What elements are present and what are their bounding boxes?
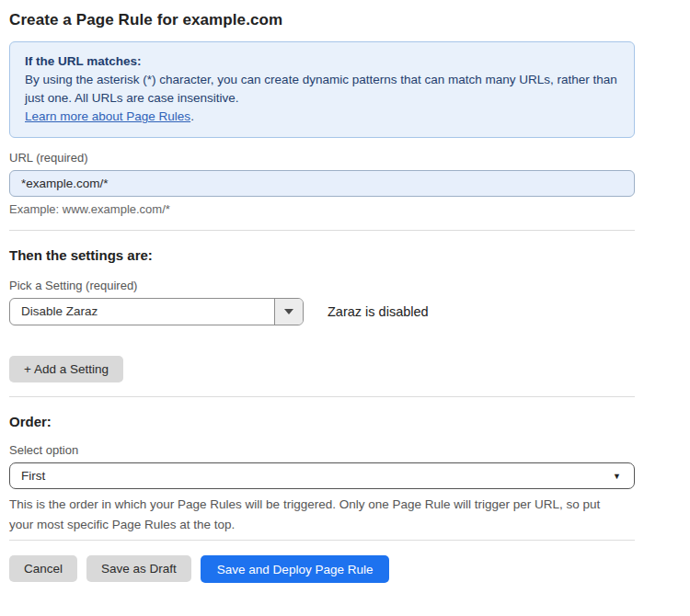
form-actions: Cancel Save as Draft Save and Deploy Pag… [9,555,635,583]
url-input[interactable] [9,170,635,197]
chevron-down-icon: ▼ [613,472,621,481]
setting-picker-label: Pick a Setting (required) [9,279,635,292]
order-help-text: This is the order in which your Page Rul… [9,495,616,535]
setting-select[interactable]: Disable Zaraz [9,298,304,325]
order-select-value: First [21,469,45,483]
save-draft-button[interactable]: Save as Draft [86,555,191,582]
section-divider [9,540,635,541]
setting-row: Disable Zaraz Zaraz is disabled [9,298,635,325]
info-link-line: Learn more about Page Rules. [25,108,619,126]
page-rule-form: Create a Page Rule for example.com If th… [9,0,635,583]
order-select-label: Select option [9,443,635,457]
info-box-heading: If the URL matches: [25,52,619,71]
link-suffix: . [190,109,194,123]
url-field-label: URL (required) [9,151,635,165]
add-setting-button[interactable]: + Add a Setting [9,356,123,382]
order-select[interactable]: First ▼ [9,462,635,489]
learn-more-link[interactable]: Learn more about Page Rules [25,109,190,123]
deploy-button[interactable]: Save and Deploy Page Rule [201,555,390,583]
page-title: Create a Page Rule for example.com [9,11,635,29]
settings-heading: Then the settings are: [9,247,635,263]
triangle-glyph [284,309,293,314]
setting-select-value: Disable Zaraz [10,299,274,325]
section-divider [9,396,635,397]
info-box-body: By using the asterisk (*) character, you… [25,71,619,108]
chevron-down-icon[interactable] [274,299,303,325]
section-divider [9,230,635,231]
url-example-text: Example: www.example.com/* [9,202,635,216]
url-match-info-box: If the URL matches: By using the asteris… [9,41,635,138]
cancel-button[interactable]: Cancel [9,555,77,582]
setting-status-text: Zaraz is disabled [328,304,429,319]
order-heading: Order: [9,414,635,429]
